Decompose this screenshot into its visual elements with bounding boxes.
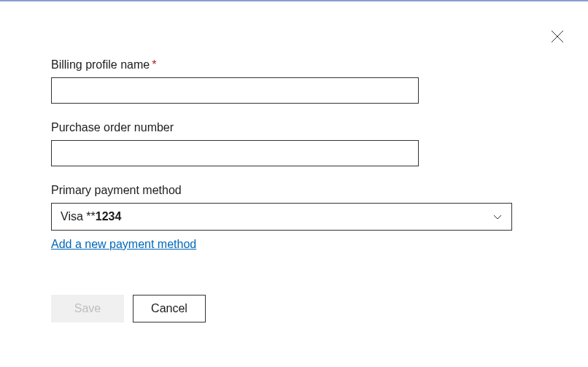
close-button[interactable]: [550, 29, 565, 44]
chevron-down-icon: [492, 212, 503, 222]
required-indicator: *: [152, 58, 156, 71]
close-icon: [551, 30, 564, 43]
cancel-button[interactable]: Cancel: [133, 295, 206, 322]
purchase-order-input[interactable]: [51, 140, 419, 166]
payment-method-label: Primary payment method: [51, 184, 537, 197]
payment-method-group: Primary payment method Visa **1234 Add a…: [51, 184, 537, 251]
add-payment-method-link[interactable]: Add a new payment method: [51, 238, 196, 251]
card-prefix: Visa **: [61, 210, 96, 223]
billing-profile-name-input[interactable]: [51, 77, 419, 104]
save-button[interactable]: Save: [51, 295, 124, 322]
card-digits: 1234: [96, 210, 122, 223]
billing-profile-name-group: Billing profile name*: [51, 58, 537, 104]
payment-method-selected: Visa **1234: [61, 210, 121, 223]
purchase-order-group: Purchase order number: [51, 121, 537, 166]
billing-profile-name-label: Billing profile name*: [51, 58, 537, 72]
label-text: Billing profile name: [51, 58, 150, 71]
payment-method-select[interactable]: Visa **1234: [51, 203, 512, 231]
form-actions: Save Cancel: [51, 295, 537, 322]
billing-profile-form: Billing profile name* Purchase order num…: [0, 1, 588, 322]
purchase-order-label: Purchase order number: [51, 121, 537, 134]
